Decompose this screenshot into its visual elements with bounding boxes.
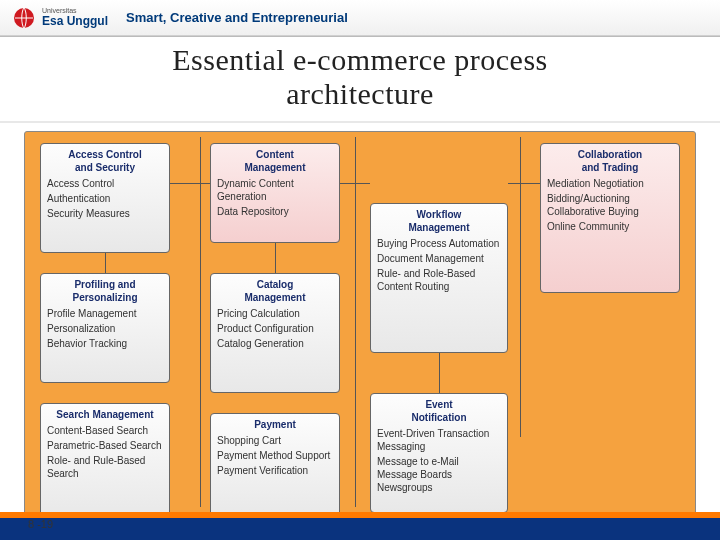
- box-item: Product Configuration: [217, 322, 333, 335]
- box-item: Payment Method Support: [217, 449, 333, 462]
- t: Content: [256, 149, 294, 160]
- box-item: Profile Management: [47, 307, 163, 320]
- page-number: 8 -19: [28, 518, 53, 530]
- box-payment: Payment Shopping Cart Payment Method Sup…: [210, 413, 340, 519]
- box-item: Content-Based Search: [47, 424, 163, 437]
- t: and Trading: [582, 162, 639, 173]
- t: Management: [408, 222, 469, 233]
- box-title: Profiling and Personalizing: [47, 278, 163, 304]
- box-item: Event-Driven Transaction Messaging: [377, 427, 501, 453]
- box-access-control-security: Access Control and Security Access Contr…: [40, 143, 170, 253]
- box-content-management: Content Management Dynamic Content Gener…: [210, 143, 340, 243]
- brand-text: Universitas Esa Unggul: [42, 7, 108, 28]
- box-title: Content Management: [217, 148, 333, 174]
- box-item: Access Control: [47, 177, 163, 190]
- box-item: Online Community: [547, 220, 673, 233]
- connector: [508, 183, 540, 184]
- t: Event: [425, 399, 452, 410]
- t: and Security: [75, 162, 135, 173]
- box-title: Workflow Management: [377, 208, 501, 234]
- box-search-management: Search Management Content-Based Search P…: [40, 403, 170, 521]
- title-row: Essential e-commerce process architectur…: [0, 37, 720, 123]
- t: Notification: [412, 412, 467, 423]
- box-title: Payment: [217, 418, 333, 431]
- box-workflow-management: Workflow Management Buying Process Autom…: [370, 203, 508, 353]
- box-item: Authentication: [47, 192, 163, 205]
- t: Management: [244, 162, 305, 173]
- box-catalog-management: Catalog Management Pricing Calculation P…: [210, 273, 340, 393]
- box-item: Behavior Tracking: [47, 337, 163, 350]
- connector: [105, 253, 106, 273]
- box-event-notification: Event Notification Event-Driven Transact…: [370, 393, 508, 513]
- connector: [200, 137, 201, 507]
- brand-name: Esa Unggul: [42, 14, 108, 28]
- connector: [520, 137, 521, 437]
- box-item: Personalization: [47, 322, 163, 335]
- box-item: Catalog Generation: [217, 337, 333, 350]
- header-bar: Universitas Esa Unggul Smart, Creative a…: [0, 0, 720, 36]
- diagram-zone: Access Control and Security Access Contr…: [0, 123, 720, 540]
- box-title: Search Management: [47, 408, 163, 421]
- t: Personalizing: [72, 292, 137, 303]
- box-item: Shopping Cart: [217, 434, 333, 447]
- box-title: Collaboration and Trading: [547, 148, 673, 174]
- connector: [170, 183, 210, 184]
- box-item: Data Repository: [217, 205, 333, 218]
- box-item: Dynamic Content Generation: [217, 177, 333, 203]
- t: Access Control: [68, 149, 141, 160]
- box-title: Event Notification: [377, 398, 501, 424]
- title-line-2: architecture: [0, 77, 720, 111]
- t: Profiling and: [74, 279, 135, 290]
- logo-block: Universitas Esa Unggul: [12, 6, 108, 30]
- connector: [439, 353, 440, 393]
- t: Catalog: [257, 279, 294, 290]
- box-title: Access Control and Security: [47, 148, 163, 174]
- box-item: Rule- and Role-Based Content Routing: [377, 267, 501, 293]
- box-item: Parametric-Based Search: [47, 439, 163, 452]
- box-item: Pricing Calculation: [217, 307, 333, 320]
- box-item: Message to e-Mail Message Boards Newsgro…: [377, 455, 501, 494]
- box-collaboration-trading: Collaboration and Trading Mediation Nego…: [540, 143, 680, 293]
- tagline: Smart, Creative and Entrepreneurial: [126, 10, 348, 25]
- box-title: Catalog Management: [217, 278, 333, 304]
- box-profiling-personalizing: Profiling and Personalizing Profile Mana…: [40, 273, 170, 383]
- globe-icon: [12, 6, 36, 30]
- t: Management: [244, 292, 305, 303]
- connector: [275, 243, 276, 273]
- box-item: Security Measures: [47, 207, 163, 220]
- connector: [355, 137, 356, 507]
- box-item: Document Management: [377, 252, 501, 265]
- t: Workflow: [417, 209, 462, 220]
- footer-bar: [0, 512, 720, 540]
- box-item: Role- and Rule-Based Search: [47, 454, 163, 480]
- brand-top: Universitas: [42, 7, 108, 14]
- box-item: Mediation Negotiation: [547, 177, 673, 190]
- box-item: Payment Verification: [217, 464, 333, 477]
- t: Collaboration: [578, 149, 642, 160]
- box-item: Bidding/Auctioning Collaborative Buying: [547, 192, 673, 218]
- title-line-1: Essential e-commerce process: [0, 43, 720, 77]
- box-item: Buying Process Automation: [377, 237, 501, 250]
